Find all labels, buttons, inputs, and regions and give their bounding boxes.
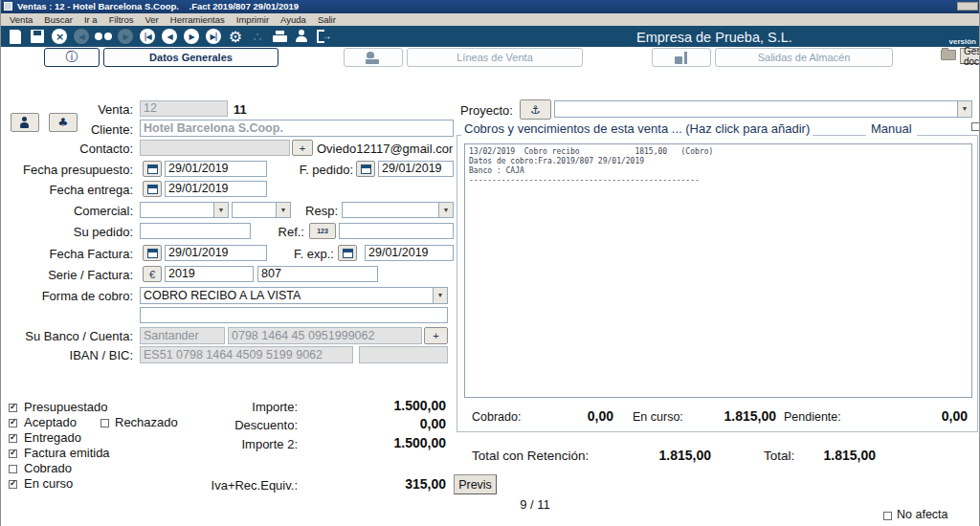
last-record-icon[interactable]: ▶|: [205, 28, 222, 45]
menu-ver[interactable]: Ver: [141, 14, 164, 25]
company-name: Empresa de Prueba, S.L.: [636, 30, 792, 45]
first-record-icon[interactable]: |◀: [139, 28, 156, 45]
cobro-line[interactable]: Banco : CAJA: [469, 166, 968, 176]
menu-buscar[interactable]: Buscar: [39, 14, 78, 25]
euro-button[interactable]: €: [143, 266, 162, 282]
menu-ir-a[interactable]: Ir a: [79, 14, 102, 25]
menu-filtros[interactable]: Filtros: [104, 14, 139, 25]
checkbox-aceptado[interactable]: [9, 419, 17, 427]
en-curso-label: En curso:: [633, 410, 683, 424]
descuento-value: 0,00: [317, 416, 446, 431]
fecha-factura-label: Fecha Factura:: [1, 247, 133, 261]
checkbox-rechazado-label: Rechazado: [115, 415, 178, 429]
ref-123-button[interactable]: 123: [309, 223, 336, 239]
iva-label: Iva+Rec.Equiv.:: [173, 478, 298, 493]
tab-salidas-almacen-icon-button[interactable]: [652, 48, 711, 67]
su-pedido-input[interactable]: [140, 223, 251, 239]
f-exp-input[interactable]: 29/01/2019: [365, 245, 454, 261]
checkbox-factura-emitida-label: Factura emitida: [24, 446, 110, 460]
undo-icon[interactable]: ◀: [73, 28, 90, 45]
redo-icon[interactable]: ▶: [117, 28, 134, 45]
numbers-icon: 123: [317, 228, 328, 234]
banco-input[interactable]: Santander: [140, 327, 225, 344]
tab-datos-generales-icon-button[interactable]: ⓘ: [44, 48, 100, 67]
fecha-presupuesto-input[interactable]: 29/01/2019: [165, 161, 267, 177]
tab-label: Salidas de Almacén: [758, 52, 851, 63]
venta-input[interactable]: 12: [140, 100, 228, 117]
menu-venta[interactable]: Venta: [5, 14, 37, 25]
menu-herramientas[interactable]: Herramientas: [166, 14, 230, 25]
cliente-label: Cliente:: [1, 122, 133, 137]
print-icon[interactable]: [271, 28, 288, 45]
contacto-input[interactable]: [140, 140, 290, 156]
add-contact-button[interactable]: +: [292, 140, 313, 156]
tab-datos-generales[interactable]: Datos Generales: [103, 48, 278, 67]
checkbox-cobrado[interactable]: [9, 465, 17, 473]
factura-input[interactable]: 807: [257, 266, 378, 282]
cobros-fieldset-title[interactable]: Cobros y vencimientos de esta venta ... …: [461, 121, 813, 136]
comercial-select[interactable]: ▼: [140, 202, 229, 218]
cobro-line[interactable]: Datos de cobro:Fra.2019/807 29/01/2019: [469, 157, 968, 166]
resp-select[interactable]: ▼: [342, 202, 454, 218]
cobros-listbox[interactable]: 13/02/2019 Cobro recibo 1815,00 (Cobro) …: [464, 143, 972, 398]
chevron-down-icon[interactable]: ▼: [438, 203, 453, 217]
fecha-factura-calendar-button[interactable]: [143, 245, 162, 261]
settings-gear-icon[interactable]: ⚙: [227, 28, 244, 45]
f-pedido-calendar-button[interactable]: [356, 161, 375, 177]
chevron-down-icon[interactable]: ▼: [433, 288, 447, 303]
cuenta-input[interactable]: 0798 1464 45 0951999062: [228, 327, 422, 344]
next-record-icon[interactable]: ▶: [183, 28, 200, 45]
folder-icon: [941, 50, 956, 60]
menu-ayuda[interactable]: Ayuda: [276, 14, 311, 25]
proyecto-button[interactable]: ⚓: [520, 99, 551, 120]
forma-cobro2-input[interactable]: [140, 307, 448, 323]
exit-icon[interactable]: [315, 28, 332, 45]
checkbox-no-afecta[interactable]: [883, 512, 892, 520]
serie-input[interactable]: 2019: [165, 266, 254, 282]
fecha-factura-input[interactable]: 29/01/2019: [165, 245, 267, 261]
checkbox-aceptado-label: Aceptado: [24, 415, 77, 429]
proyecto-select[interactable]: ▼: [554, 100, 972, 118]
fecha-entrega-input[interactable]: 29/01/2019: [165, 181, 267, 197]
cancel-icon[interactable]: ×: [51, 28, 68, 45]
comercial2-select[interactable]: ▼: [232, 202, 291, 218]
ref-input[interactable]: [339, 223, 454, 239]
user-icon[interactable]: [293, 28, 310, 45]
tab-salidas-almacen[interactable]: Salidas de Almacén: [715, 48, 893, 67]
forma-cobro-select[interactable]: COBRO RECIBO A LA VISTA▼: [140, 287, 448, 304]
cobrado-label: Cobrado:: [472, 410, 521, 424]
window-controls[interactable]: [957, 2, 978, 11]
f-pedido-input[interactable]: 29/01/2019: [378, 161, 454, 177]
previs-button[interactable]: Previs: [454, 474, 497, 494]
menu-salir[interactable]: Salir: [313, 14, 341, 25]
checkbox-manual[interactable]: [971, 122, 980, 131]
checkbox-presupuestado[interactable]: [9, 404, 17, 412]
share-icon[interactable]: ∴: [249, 28, 266, 45]
gestion-documental-button[interactable]: Gestión documental: [960, 48, 980, 64]
fecha-presupuesto-calendar-button[interactable]: [143, 161, 162, 177]
save-icon[interactable]: [29, 28, 46, 45]
cash-register-icon: [366, 52, 381, 64]
info-icon: ⓘ: [66, 49, 78, 66]
tab-lineas-venta-icon-button[interactable]: [344, 48, 403, 67]
bic-input[interactable]: [359, 346, 448, 363]
cliente-input[interactable]: Hotel Barcelona S.Coop.: [140, 120, 454, 137]
fecha-entrega-calendar-button[interactable]: [143, 181, 162, 197]
iban-input[interactable]: ES51 0798 1464 4509 5199 9062: [140, 346, 353, 363]
f-exp-calendar-button[interactable]: [338, 245, 357, 261]
checkbox-rechazado[interactable]: [100, 419, 109, 427]
cobro-line[interactable]: 13/02/2019 Cobro recibo 1815,00 (Cobro): [469, 147, 968, 157]
checkbox-en-curso[interactable]: [9, 480, 17, 489]
chevron-down-icon[interactable]: ▼: [957, 101, 971, 117]
checkbox-factura-emitida[interactable]: [9, 449, 17, 458]
search-binoculars-icon[interactable]: [95, 28, 112, 45]
checkbox-entregado[interactable]: [9, 434, 17, 443]
comercial-label: Comercial:: [1, 204, 133, 218]
menu-imprimir[interactable]: Imprimir: [232, 14, 274, 25]
tab-lineas-venta[interactable]: Líneas de Venta: [407, 48, 583, 67]
prev-record-icon[interactable]: ◀: [161, 28, 178, 45]
chevron-down-icon[interactable]: ▼: [213, 203, 228, 217]
cobro-line[interactable]: ----------------------------------------…: [469, 176, 968, 186]
new-document-icon[interactable]: [7, 28, 24, 45]
add-bank-button[interactable]: +: [424, 327, 448, 344]
